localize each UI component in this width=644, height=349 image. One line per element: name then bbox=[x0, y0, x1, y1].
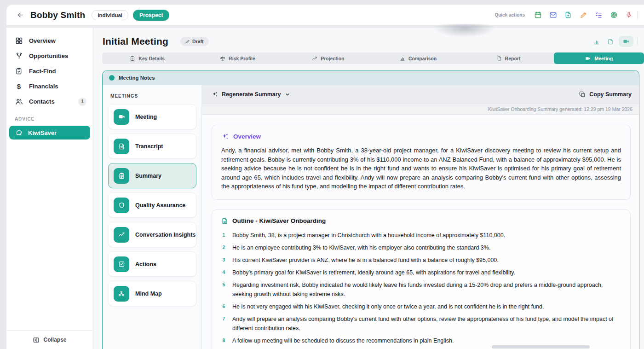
horizontal-scrollbar[interactable] bbox=[492, 345, 590, 349]
meetings-item-summary[interactable]: Summary bbox=[108, 163, 196, 188]
summary-generated-note: KiwiSaver Onboarding Summary generated: … bbox=[202, 104, 639, 115]
document-icon bbox=[497, 56, 502, 61]
sidebar-footer: Collapse bbox=[6, 330, 93, 349]
outline-card: Outline - KiwiSaver Onboarding 1Bobby Sm… bbox=[212, 209, 631, 349]
top-header: Bobby Smith Individual Prospect Quick ac… bbox=[6, 5, 644, 25]
check-square-icon bbox=[114, 256, 129, 272]
outline-item: 8A follow-up meeting will be scheduled t… bbox=[221, 336, 621, 345]
hierarchy-icon bbox=[114, 286, 129, 302]
sidebar-item-contacts[interactable]: Contacts 1 bbox=[6, 94, 93, 109]
collapse-panel-icon bbox=[33, 337, 40, 343]
pencil-icon bbox=[580, 11, 587, 19]
quick-action-record[interactable] bbox=[623, 10, 634, 21]
video-icon bbox=[622, 38, 630, 45]
status-dot-icon bbox=[109, 75, 115, 81]
tab-comparison[interactable]: Comparison bbox=[373, 52, 463, 64]
summary-scroll-area[interactable]: Overview Andy, a financial advisor, met … bbox=[202, 115, 639, 349]
sidebar-item-label: Overview bbox=[29, 37, 56, 44]
dollar-icon: $ bbox=[15, 83, 23, 90]
meeting-notes-header: Meeting Notes bbox=[103, 70, 639, 85]
report-view-button[interactable] bbox=[604, 36, 616, 47]
outline-item: 4Bobby's primary goal for KiwiSaver is r… bbox=[221, 268, 621, 277]
sidebar-item-financials[interactable]: $ Financials bbox=[6, 79, 93, 94]
sidebar-item-label: Opportunities bbox=[29, 52, 68, 59]
quick-action-goal[interactable] bbox=[608, 10, 619, 21]
page-title: Initial Meeting bbox=[103, 36, 168, 47]
collapse-button[interactable]: Collapse bbox=[33, 337, 66, 343]
tab-meeting[interactable]: Meeting bbox=[554, 52, 644, 64]
back-button[interactable] bbox=[14, 9, 27, 22]
collapse-label: Collapse bbox=[43, 337, 66, 343]
sidebar-item-kiwisaver[interactable]: KiwiSaver bbox=[9, 126, 90, 140]
piggy-bank-icon bbox=[15, 129, 23, 137]
quick-action-calendar[interactable] bbox=[532, 10, 543, 21]
meetings-item-meeting[interactable]: Meeting bbox=[108, 104, 196, 129]
sidebar-item-label: KiwiSaver bbox=[28, 129, 57, 136]
pencil-icon bbox=[185, 39, 190, 44]
regenerate-summary-button[interactable]: Regenerate Summary bbox=[212, 91, 290, 98]
sparkles-icon bbox=[212, 91, 218, 98]
header-divider bbox=[637, 11, 638, 20]
mail-icon bbox=[549, 11, 557, 19]
trend-up-icon bbox=[311, 56, 317, 61]
bar-chart-icon bbox=[400, 56, 405, 61]
comparison-view-button[interactable] bbox=[590, 36, 602, 47]
arrow-left-icon bbox=[17, 11, 24, 19]
outline-item: 1Bobby Smith, 38, is a project manager i… bbox=[221, 231, 621, 240]
meetings-item-conversation-insights[interactable]: Conversation Insights bbox=[108, 222, 196, 247]
microphone-icon bbox=[625, 11, 632, 19]
summary-toolbar: Regenerate Summary Copy Summary bbox=[202, 85, 639, 104]
meeting-tabs: Key Details Risk Profile Projection Comp… bbox=[102, 52, 644, 64]
sparkles-icon bbox=[221, 133, 229, 140]
clipboard-list-icon bbox=[114, 168, 129, 184]
video-icon bbox=[114, 109, 129, 125]
grid-icon bbox=[15, 37, 23, 45]
chevron-down-icon bbox=[285, 92, 290, 97]
summary-content: Regenerate Summary Copy Summary KiwiSave… bbox=[202, 85, 639, 349]
tab-risk-profile[interactable]: Risk Profile bbox=[192, 52, 282, 64]
main-content: Initial Meeting Draft Key Details bbox=[93, 28, 644, 349]
record-header: Initial Meeting Draft bbox=[93, 28, 644, 52]
meetings-item-mind-map[interactable]: Mind Map bbox=[108, 281, 196, 306]
clipboard-check-icon bbox=[15, 67, 23, 75]
quick-actions-label: Quick actions bbox=[494, 12, 525, 17]
copy-summary-button[interactable]: Copy Summary bbox=[579, 91, 632, 98]
target-icon bbox=[610, 11, 618, 19]
quick-action-new-file[interactable] bbox=[563, 10, 574, 21]
quick-action-email[interactable] bbox=[547, 10, 558, 21]
meetings-item-transcript[interactable]: Transcript bbox=[108, 134, 196, 159]
outline-title: Outline - KiwiSaver Onboarding bbox=[232, 217, 326, 224]
client-status-badge: Prospect bbox=[133, 10, 169, 21]
outline-item: 7Andy will prepare an analysis comparing… bbox=[221, 314, 621, 333]
meetings-item-quality-assurance[interactable]: Quality Assurance bbox=[108, 192, 196, 218]
meeting-view-button[interactable] bbox=[619, 36, 633, 47]
sidebar-item-opportunities[interactable]: Opportunities bbox=[6, 48, 93, 64]
scales-icon bbox=[220, 56, 225, 61]
advice-section-label: ADVICE bbox=[15, 116, 93, 122]
checklist-icon bbox=[595, 11, 603, 19]
outline-item: 3His current KiwiSaver provider is ANZ, … bbox=[221, 256, 621, 265]
file-text-icon bbox=[221, 217, 228, 225]
sidebar-item-overview[interactable]: Overview bbox=[6, 33, 93, 48]
sidebar-item-fact-find[interactable]: Fact-Find bbox=[6, 64, 93, 79]
document-icon bbox=[607, 38, 614, 45]
sidebar-item-label: Fact-Find bbox=[29, 68, 56, 75]
client-type-badge: Individual bbox=[92, 10, 128, 20]
video-icon bbox=[585, 56, 591, 61]
left-sidebar: Overview Opportunities Fact-Find $ Finan… bbox=[6, 28, 93, 349]
quick-action-tasks[interactable] bbox=[593, 10, 604, 21]
trend-up-icon bbox=[114, 227, 129, 243]
meetings-item-actions[interactable]: Actions bbox=[108, 251, 196, 277]
meetings-heading: MEETINGS bbox=[110, 93, 196, 99]
file-text-icon bbox=[114, 139, 129, 154]
outline-item: 6He is not very engaged with his KiwiSav… bbox=[221, 302, 621, 311]
tab-projection[interactable]: Projection bbox=[283, 52, 373, 64]
overview-title: Overview bbox=[233, 133, 261, 140]
tab-report[interactable]: Report bbox=[463, 52, 553, 64]
users-icon bbox=[15, 98, 23, 105]
clipboard-icon bbox=[130, 56, 135, 61]
contacts-count-badge: 1 bbox=[78, 98, 86, 106]
quick-action-note[interactable] bbox=[578, 10, 589, 21]
meetings-rail: MEETINGS Meeting Transcript Summary bbox=[103, 85, 202, 349]
tab-key-details[interactable]: Key Details bbox=[102, 52, 192, 64]
